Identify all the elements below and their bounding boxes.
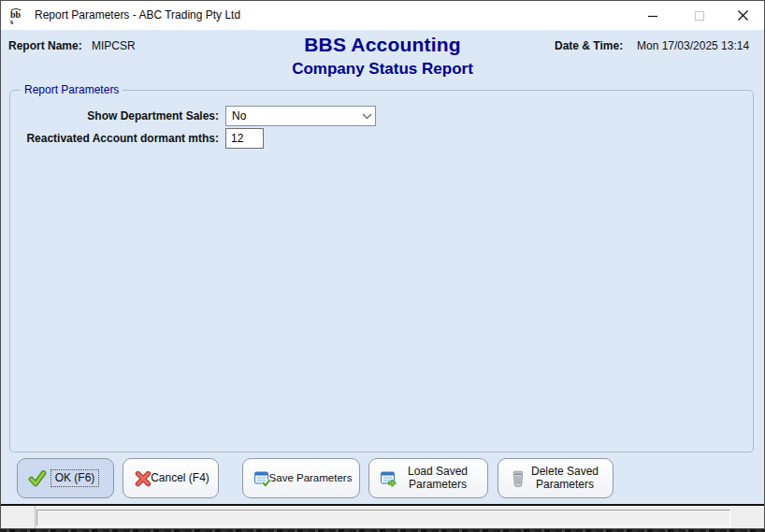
maximize-icon: [694, 10, 705, 22]
delete-saved-parameters-button[interactable]: Delete Saved Parameters: [498, 458, 613, 498]
cancel-button[interactable]: Cancel (F4): [123, 458, 219, 498]
statusbar: [1, 506, 764, 528]
bbs-logo-icon: bb s: [7, 7, 26, 25]
datetime-label: Date & Time:: [555, 39, 623, 52]
window-title: Report Parameters - ABC Trading Pty Ltd: [35, 1, 240, 30]
report-parameters-window: bb s Report Parameters - ABC Trading Pty…: [0, 0, 765, 529]
delete-saved-parameters-label: Delete Saved Parameters: [523, 466, 607, 492]
report-header: Report Name: MIPCSR BBS Accounting Compa…: [1, 30, 764, 86]
chevron-down-icon: [358, 113, 375, 120]
delete-parameters-icon: [509, 469, 527, 488]
show-department-sales-label: Show Department Sales:: [1, 109, 219, 122]
datetime-value: Mon 17/03/2025 13:14: [637, 39, 749, 52]
statusbar-divider: [35, 506, 36, 528]
minimize-icon: [647, 10, 658, 22]
statusbar-message-panel: [36, 510, 730, 526]
svg-text:s: s: [10, 18, 13, 25]
cancel-button-label: Cancel (F4): [151, 472, 209, 485]
cancel-icon: [134, 469, 152, 488]
save-parameters-icon: [253, 469, 272, 488]
save-parameters-label: Save Parameters: [269, 472, 353, 484]
load-parameters-icon: [380, 469, 398, 488]
ok-button-label: OK (F6): [51, 470, 99, 487]
maximize-button: [678, 1, 721, 30]
load-saved-parameters-button[interactable]: Load Saved Parameters: [368, 458, 488, 498]
groupbox-legend: Report Parameters: [21, 83, 123, 96]
check-icon: [28, 469, 47, 488]
save-parameters-button[interactable]: Save Parameters: [242, 458, 360, 498]
show-department-sales-select[interactable]: No: [225, 106, 376, 126]
ok-button[interactable]: OK (F6): [17, 458, 114, 498]
load-saved-parameters-label: Load Saved Parameters: [394, 466, 482, 492]
select-value: No: [226, 109, 358, 122]
reactivated-account-dormant-label: Reactivated Account dormant mths:: [1, 132, 219, 145]
titlebar: bb s Report Parameters - ABC Trading Pty…: [1, 1, 764, 30]
dormant-months-input[interactable]: [225, 128, 264, 149]
close-button[interactable]: [721, 1, 764, 30]
page-title: Company Status Report: [1, 60, 764, 79]
close-icon: [737, 9, 749, 22]
minimize-button[interactable]: [631, 1, 674, 30]
